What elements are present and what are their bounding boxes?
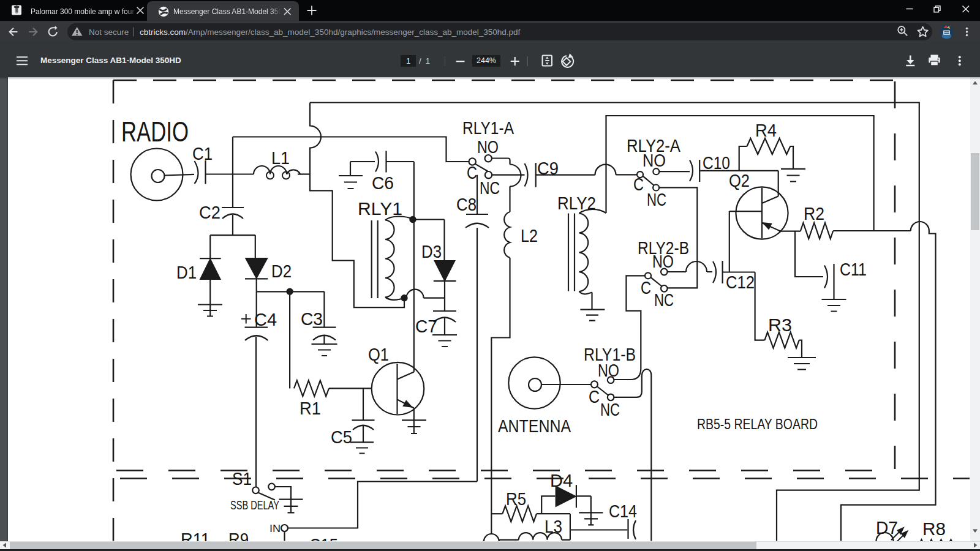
svg-text:R1: R1 xyxy=(300,399,321,418)
svg-text:D4: D4 xyxy=(550,471,573,490)
svg-text:C8: C8 xyxy=(456,195,477,214)
svg-text:NO: NO xyxy=(598,361,619,380)
svg-text:C: C xyxy=(467,163,477,182)
svg-text:D3: D3 xyxy=(421,242,442,261)
svg-text:C5: C5 xyxy=(331,427,352,447)
svg-text:RLY1: RLY1 xyxy=(358,199,402,219)
svg-text:R5: R5 xyxy=(506,489,526,509)
svg-text:R11: R11 xyxy=(181,530,210,541)
svg-text:R4: R4 xyxy=(755,121,777,140)
svg-text:C9: C9 xyxy=(537,159,559,178)
svg-text:S1: S1 xyxy=(232,469,252,489)
svg-text:D2: D2 xyxy=(271,261,292,281)
svg-text:NO: NO xyxy=(652,252,674,271)
svg-text:NC: NC xyxy=(647,190,666,209)
svg-text:C3: C3 xyxy=(301,309,323,329)
svg-text:RB5-5 RELAY BOARD: RB5-5 RELAY BOARD xyxy=(697,416,818,432)
svg-text:NC: NC xyxy=(600,400,620,419)
svg-text:Q1: Q1 xyxy=(368,345,389,364)
svg-text:NO: NO xyxy=(643,151,666,170)
svg-text:ANTENNA: ANTENNA xyxy=(498,416,571,436)
svg-text:L2: L2 xyxy=(521,226,538,246)
svg-text:NO: NO xyxy=(477,137,499,157)
svg-text:R9: R9 xyxy=(228,530,249,541)
svg-text:R2: R2 xyxy=(804,204,824,223)
svg-text:C1: C1 xyxy=(192,144,213,163)
svg-text:RLY2: RLY2 xyxy=(557,193,596,213)
svg-text:RLY1-A: RLY1-A xyxy=(462,118,514,138)
svg-text:Q2: Q2 xyxy=(729,171,750,190)
svg-text:C15: C15 xyxy=(309,535,338,541)
svg-text:NC: NC xyxy=(480,178,500,198)
svg-text:R8: R8 xyxy=(922,519,946,539)
svg-text:C14: C14 xyxy=(609,501,637,521)
svg-text:SSB DELAY: SSB DELAY xyxy=(230,498,279,512)
svg-text:RADIO: RADIO xyxy=(121,116,189,148)
svg-text:C12: C12 xyxy=(726,272,755,292)
svg-text:D1: D1 xyxy=(176,263,197,282)
svg-text:C: C xyxy=(633,174,644,194)
svg-text:C6: C6 xyxy=(372,173,394,193)
svg-text:C4: C4 xyxy=(254,310,277,329)
svg-text:C: C xyxy=(641,278,651,298)
svg-text:NC: NC xyxy=(654,290,674,310)
svg-text:C10: C10 xyxy=(703,153,730,173)
svg-text:C: C xyxy=(589,387,600,407)
svg-text:R3: R3 xyxy=(768,315,792,335)
svg-text:C11: C11 xyxy=(840,260,867,279)
svg-text:C2: C2 xyxy=(199,203,221,222)
svg-text:D7: D7 xyxy=(876,518,898,538)
svg-text:C7: C7 xyxy=(415,317,437,336)
svg-text:L1: L1 xyxy=(271,148,290,168)
svg-text:IN: IN xyxy=(270,523,281,534)
svg-text:L3: L3 xyxy=(545,517,562,536)
